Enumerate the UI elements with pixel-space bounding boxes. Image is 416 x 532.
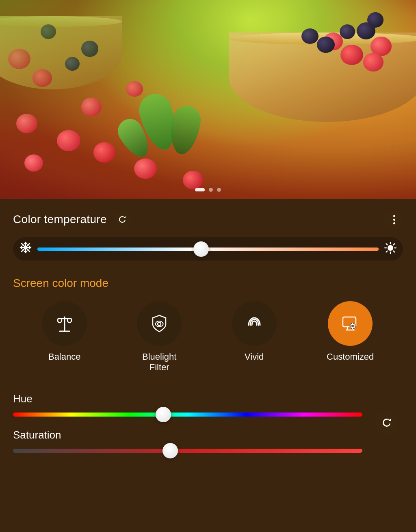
vivid-icon [244,313,265,334]
carousel-dots [195,188,221,192]
hero-image [0,0,416,199]
snowflake-svg [20,241,32,254]
berry-3 [16,114,37,133]
mode-bluelight-label: BluelightFilter [142,352,176,373]
svg-line-18 [394,251,395,252]
bowl-berry-2 [340,45,363,65]
hue-label: Hue [13,393,362,405]
mode-balance-circle[interactable] [42,301,87,346]
warm-icon [384,242,396,256]
more-options-button[interactable] [385,211,403,228]
mode-bluelight-item[interactable]: BluelightFilter [137,301,182,373]
berry-6 [93,142,115,163]
mode-bluelight-circle[interactable] [137,301,182,346]
sliders-column: Hue Saturation [13,393,370,453]
mode-customized-label: Customized [327,352,374,362]
reset-icon [381,417,392,428]
more-dot-1 [393,215,395,217]
svg-line-17 [386,243,388,245]
color-temp-header: Color temperature [13,211,403,228]
refresh-icon [117,215,127,224]
berry-10 [183,171,203,189]
berry-8 [126,81,143,97]
berry-4 [57,130,80,151]
saturation-slider-track[interactable] [13,449,362,453]
svg-point-24 [158,322,161,326]
screen-color-mode-section: Screen color mode Balance [0,269,416,381]
svg-point-12 [388,245,393,251]
bowl-blueberry-1 [301,28,318,44]
mode-balance-label: Balance [48,352,81,362]
svg-line-20 [386,251,388,252]
blueberry-1 [41,24,56,39]
mode-customized-circle[interactable] [328,301,373,346]
color-temperature-section: Color temperature [0,199,416,269]
hue-slider-track[interactable] [13,413,362,417]
reset-column [370,393,403,453]
balance-icon [54,313,75,334]
title-row: Color temperature [13,211,131,228]
customized-icon [340,313,361,334]
bowl-blueberry-3 [357,22,375,39]
bowl-blueberry-2 [317,37,335,53]
more-dot-2 [393,219,395,221]
saturation-slider-thumb[interactable] [162,443,178,458]
saturation-label: Saturation [13,429,362,441]
hue-slider-thumb[interactable] [156,407,171,422]
svg-line-36 [354,327,355,328]
svg-line-35 [351,324,351,324]
svg-line-19 [394,243,395,245]
berry-9 [134,159,157,179]
saturation-control: Saturation [13,429,362,453]
svg-line-37 [354,324,355,324]
mode-vivid-item[interactable]: Vivid [232,301,277,362]
color-temp-reset-button[interactable] [113,211,131,228]
temperature-slider-track[interactable] [37,248,379,251]
berry-1 [8,49,30,69]
color-mode-title: Screen color mode [13,277,403,290]
blueberry-2 [81,41,98,57]
sun-svg [384,242,396,254]
berry-7 [81,98,102,116]
temperature-slider-container [13,237,403,261]
more-dot-3 [393,222,395,224]
bluelight-icon [149,313,170,334]
mode-vivid-label: Vivid [245,352,264,362]
mode-buttons-row: Balance BluelightFilter [13,301,403,373]
hue-control: Hue [13,393,362,417]
berry-5 [24,154,43,172]
temperature-slider-thumb[interactable] [193,241,209,257]
adjustments-section: Hue Saturation [0,381,416,464]
dot-1[interactable] [195,188,205,191]
mode-customized-item[interactable]: Customized [327,301,374,362]
blueberry-3 [65,57,80,71]
svg-line-38 [351,327,351,328]
cold-icon [20,241,32,256]
dot-2[interactable] [209,188,213,192]
mode-vivid-circle[interactable] [232,301,277,346]
adjustments-reset-button[interactable] [375,410,399,435]
berry-2 [32,69,52,87]
color-temp-title: Color temperature [13,213,107,226]
blueberry-5 [340,24,355,39]
settings-panel: Color temperature [0,199,416,532]
dot-3[interactable] [217,188,221,192]
mode-balance-item[interactable]: Balance [42,301,87,362]
bowl-berry-4 [363,53,384,72]
